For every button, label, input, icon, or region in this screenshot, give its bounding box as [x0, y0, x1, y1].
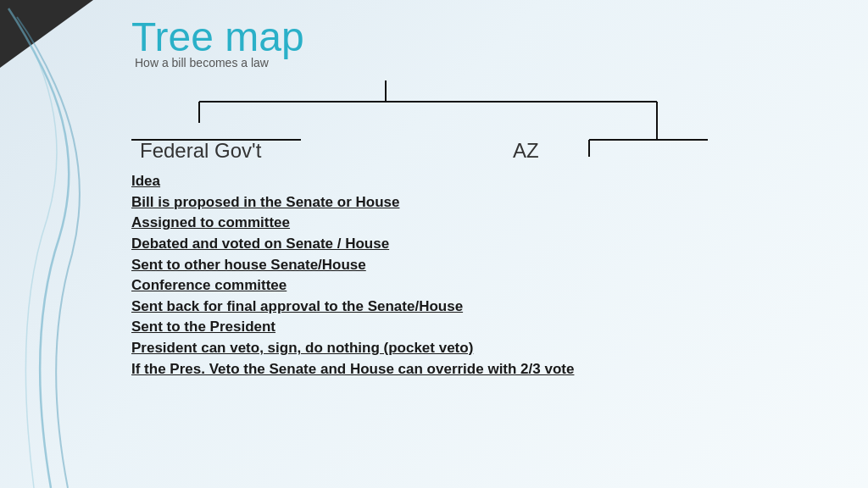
list-item: Debated and voted on Senate / House [131, 234, 851, 255]
list-item: Idea [131, 171, 851, 192]
corner-decoration [0, 0, 93, 68]
title-block: Tree map How a bill becomes a law [131, 17, 851, 69]
list-item: Bill is proposed in the Senate or House [131, 192, 851, 214]
list-item: If the Pres. Veto the Senate and House c… [131, 359, 851, 380]
federal-gov-label: Federal Gov't [140, 139, 261, 163]
page-subtitle: How a bill becomes a law [135, 56, 851, 69]
list-item: President can veto, sign, do nothing (po… [131, 338, 851, 359]
list-item: Conference committee [131, 275, 851, 297]
az-label: AZ [513, 139, 539, 163]
list-item: Sent to the President [131, 317, 851, 338]
tree-diagram: Federal Gov't AZ [131, 76, 708, 169]
main-content: Tree map How a bill becomes a law Federa… [131, 17, 851, 380]
list-item: Sent back for final approval to the Sena… [131, 297, 851, 318]
steps-list: Idea Bill is proposed in the Senate or H… [131, 171, 851, 380]
list-item: Assigned to committee [131, 213, 851, 234]
list-item: Sent to other house Senate/House [131, 255, 851, 276]
swoosh-decoration [0, 0, 110, 488]
page-title: Tree map [131, 17, 851, 58]
